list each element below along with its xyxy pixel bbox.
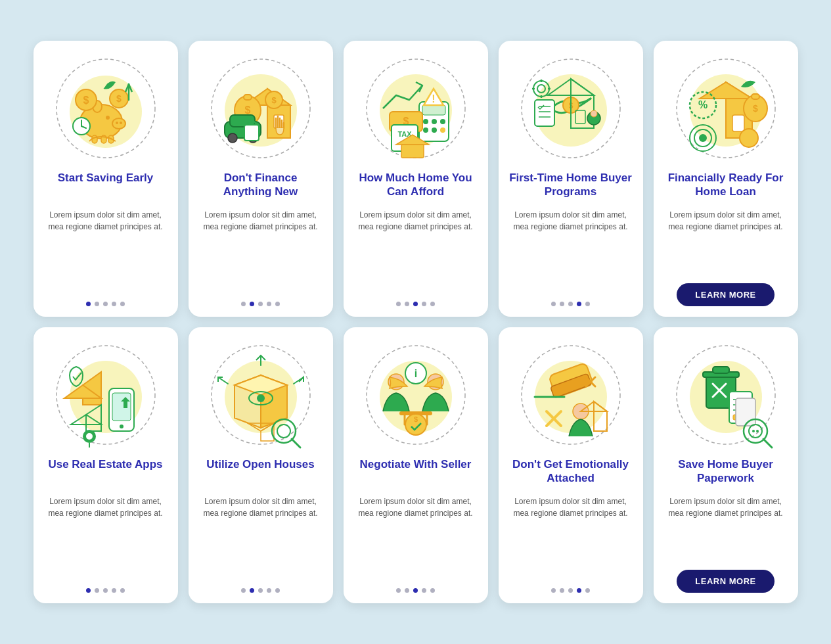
dot-3 (258, 302, 263, 306)
dot-4 (267, 588, 271, 593)
card-body: Lorem ipsum dolor sit dim amet, mea regi… (199, 495, 323, 579)
svg-point-154 (756, 430, 759, 432)
dot-5 (430, 302, 435, 306)
learn-more-button-1[interactable]: LEARN MORE (677, 283, 774, 306)
pagination-dots (241, 302, 280, 306)
svg-point-43 (432, 127, 437, 133)
svg-rect-26 (244, 95, 252, 100)
card-body: Lorem ipsum dolor sit dim amet, mea regi… (44, 495, 168, 579)
dot-4 (112, 588, 116, 593)
card-start-saving-early: $ $ Start Saving Early Lorem ipsum dolor… (34, 41, 178, 317)
pagination-dots (241, 588, 280, 593)
card-first-time-buyer: $ Fi (499, 41, 643, 317)
svg-rect-149 (736, 398, 755, 426)
dot-5 (585, 588, 590, 593)
dot-4 (577, 302, 581, 306)
svg-point-108 (257, 394, 265, 402)
svg-point-30 (228, 133, 237, 143)
pagination-dots (551, 588, 590, 593)
pagination-dots (396, 588, 435, 593)
dot-1 (241, 302, 246, 306)
svg-point-4 (116, 122, 118, 124)
dot-2 (250, 588, 254, 593)
svg-text:$: $ (413, 415, 417, 423)
svg-rect-141 (713, 367, 729, 373)
svg-point-85 (699, 134, 707, 142)
dot-1 (396, 588, 401, 593)
card-body: Lorem ipsum dolor sit dim amet, mea regi… (354, 209, 478, 292)
card-body: Lorem ipsum dolor sit dim amet, mea regi… (509, 209, 633, 292)
svg-text:%: % (698, 99, 707, 110)
svg-point-153 (752, 430, 755, 432)
card-body: Lorem ipsum dolor sit dim amet, mea regi… (664, 209, 788, 274)
learn-more-button-2[interactable]: LEARN MORE (677, 570, 774, 593)
svg-rect-81 (752, 94, 759, 99)
svg-rect-53 (401, 145, 424, 158)
svg-point-3 (112, 118, 125, 129)
pagination-dots (396, 302, 435, 306)
svg-point-86 (740, 129, 758, 147)
card-title: First-Time Home Buyer Programs (509, 171, 633, 202)
svg-line-152 (763, 439, 772, 448)
card-open-houses: Utilize Open Houses Lorem ipsum dolor si… (189, 327, 333, 603)
card-real-estate-apps: Use Real Estate Apps Lorem ipsum dolor s… (34, 327, 178, 603)
card-save-paperwork: Save Home Buyer Paperwork Lorem ipsum do… (654, 327, 798, 603)
svg-point-42 (423, 127, 428, 133)
dot-2 (560, 588, 564, 593)
icon-financially-ready: % $ (670, 53, 782, 164)
dot-4 (422, 302, 426, 306)
dot-4 (267, 302, 271, 306)
dot-3 (103, 588, 108, 593)
card-body: Lorem ipsum dolor sit dim amet, mea regi… (199, 209, 323, 292)
dot-5 (275, 588, 280, 593)
dot-2 (560, 302, 564, 306)
card-body: Lorem ipsum dolor sit dim amet, mea regi… (664, 495, 788, 561)
dot-2 (405, 302, 409, 306)
card-title: Financially Ready For Home Loan (664, 171, 788, 202)
card-title: Don't Finance Anything New (199, 171, 323, 202)
dot-5 (275, 302, 280, 306)
card-body: Lorem ipsum dolor sit dim amet, mea regi… (354, 495, 478, 579)
dot-3 (413, 302, 418, 306)
icon-how-much-home: $ TAX % ! (360, 53, 472, 164)
svg-rect-90 (112, 393, 131, 421)
icon-emotionally-attached (515, 339, 627, 451)
icon-real-estate-apps (50, 339, 162, 451)
dot-5 (585, 302, 590, 306)
dot-2 (95, 302, 99, 306)
dot-1 (86, 588, 91, 593)
dot-3 (568, 302, 573, 306)
card-negotiate-seller: i $ Negotiate With Seller Lorem ipsum do… (344, 327, 488, 603)
dot-3 (103, 302, 108, 306)
dot-5 (120, 302, 125, 306)
pagination-dots (86, 588, 125, 593)
dot-3 (258, 588, 263, 593)
dot-3 (413, 588, 418, 593)
dot-1 (551, 302, 556, 306)
card-title: Utilize Open Houses (206, 457, 314, 489)
icon-dont-finance: $ $ (205, 53, 317, 164)
dot-1 (86, 302, 91, 306)
icon-open-houses (205, 339, 317, 451)
svg-text:$: $ (753, 103, 758, 114)
svg-text:$: $ (244, 104, 250, 116)
svg-point-44 (440, 127, 445, 133)
card-financially-ready: % $ Financially Ready For Home Loan Lore… (654, 41, 798, 317)
svg-line-113 (292, 439, 300, 448)
dot-3 (568, 588, 573, 593)
card-grid: $ $ Start Saving Early Lorem ipsum dolor… (34, 41, 798, 603)
dot-1 (396, 302, 401, 306)
svg-rect-61 (535, 100, 554, 126)
svg-point-151 (749, 425, 762, 438)
card-dont-finance: $ $ Don't Finance Anything New Lorem ips… (189, 41, 333, 317)
card-emotionally-attached: Don't Get Emotionally Attached Lorem ips… (499, 327, 643, 603)
svg-point-66 (591, 110, 597, 117)
card-title: Negotiate With Seller (360, 457, 472, 489)
dot-2 (405, 588, 409, 593)
dot-5 (430, 588, 435, 593)
pagination-dots (551, 302, 590, 306)
svg-line-104 (218, 377, 228, 384)
svg-point-91 (120, 425, 124, 428)
dot-4 (577, 588, 581, 593)
card-title: Start Saving Early (58, 171, 154, 202)
